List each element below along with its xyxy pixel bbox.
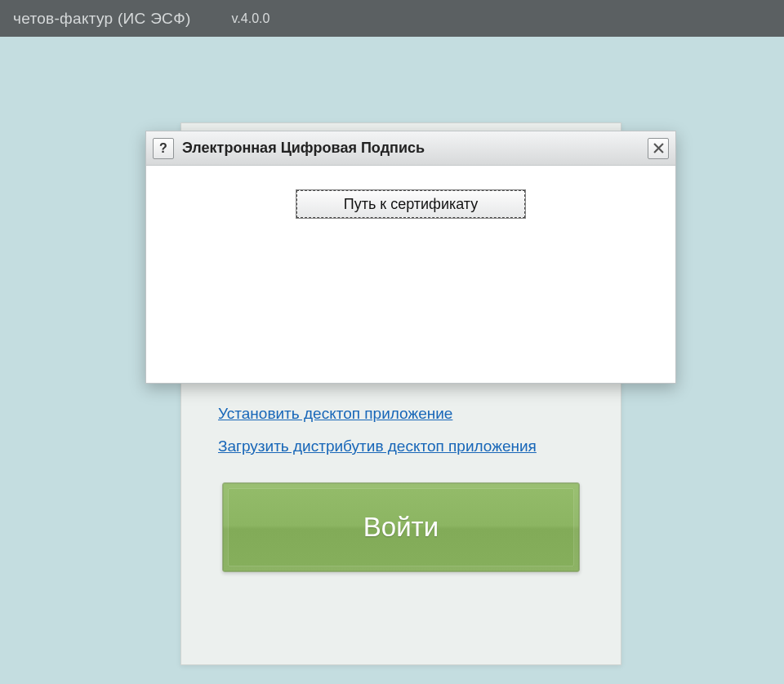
topbar: четов-фактур (ИС ЭСФ) v.4.0.0: [0, 0, 784, 37]
login-button[interactable]: Войти: [222, 482, 580, 572]
login-links: Установить десктоп приложение Загрузить …: [218, 405, 537, 455]
app-version: v.4.0.0: [232, 11, 270, 26]
close-button[interactable]: [648, 138, 669, 159]
close-icon: [653, 143, 664, 153]
help-button[interactable]: ?: [153, 138, 174, 159]
digital-signature-dialog: ? Электронная Цифровая Подпись Путь к се…: [145, 131, 676, 384]
certificate-path-label: Путь к сертификату: [344, 196, 479, 213]
app-title: четов-фактур (ИС ЭСФ): [13, 10, 191, 28]
dialog-body: Путь к сертификату: [146, 166, 675, 383]
dialog-titlebar[interactable]: ? Электронная Цифровая Подпись: [146, 131, 675, 166]
install-desktop-link[interactable]: Установить десктоп приложение: [218, 405, 537, 423]
help-icon: ?: [159, 141, 167, 156]
certificate-path-button[interactable]: Путь к сертификату: [296, 190, 525, 218]
dialog-title: Электронная Цифровая Подпись: [182, 140, 639, 157]
download-desktop-link[interactable]: Загрузить дистрибутив десктоп приложения: [218, 437, 537, 455]
login-button-label: Войти: [363, 512, 439, 543]
